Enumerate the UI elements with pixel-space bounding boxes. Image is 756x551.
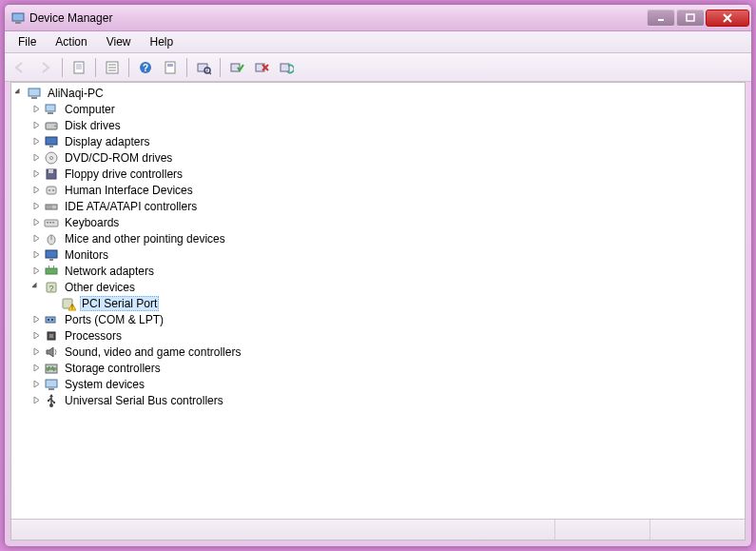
tree-item[interactable]: Network adapters: [13, 263, 743, 279]
tree-item-label: PCI Serial Port: [80, 296, 159, 311]
menu-action[interactable]: Action: [48, 33, 94, 50]
floppy-icon: [44, 167, 59, 182]
svg-rect-3: [687, 14, 694, 21]
properties-button[interactable]: [102, 57, 123, 78]
forward-button[interactable]: [35, 57, 56, 78]
expand-icon[interactable]: [30, 330, 42, 342]
menu-help[interactable]: Help: [143, 33, 182, 50]
statusbar: [11, 519, 745, 540]
computer-small-icon: [44, 102, 59, 117]
tree-item-label: Human Interface Devices: [63, 184, 195, 197]
tree-item[interactable]: Monitors: [13, 246, 743, 263]
svg-rect-67: [46, 364, 57, 368]
tree-item[interactable]: Human Interface Devices: [13, 182, 743, 198]
svg-rect-32: [46, 137, 57, 145]
ide-icon: [44, 199, 59, 214]
tree-item[interactable]: Universal Serial Bus controllers: [13, 392, 743, 408]
expand-icon[interactable]: [30, 379, 42, 390]
help-button[interactable]: ?: [135, 57, 156, 78]
keyboard-icon: [44, 215, 59, 230]
tree-item[interactable]: !PCI Serial Port: [13, 295, 743, 311]
tree-item[interactable]: Floppy drive controllers: [13, 166, 743, 182]
tree-item[interactable]: Display adapters: [13, 133, 743, 149]
close-button[interactable]: [706, 10, 749, 27]
tree-item[interactable]: Processors: [13, 327, 743, 344]
back-button[interactable]: [10, 57, 31, 78]
tree-item-label: Computer: [63, 103, 117, 116]
svg-rect-51: [46, 250, 57, 258]
titlebar[interactable]: Device Manager: [5, 5, 751, 31]
monitor-icon: [44, 247, 59, 263]
menu-file[interactable]: File: [10, 33, 44, 50]
svg-rect-54: [48, 266, 49, 268]
expand-icon[interactable]: [30, 217, 42, 228]
cpu-icon: [44, 328, 59, 344]
svg-point-62: [48, 319, 49, 321]
expand-icon[interactable]: [30, 136, 42, 148]
svg-rect-53: [46, 268, 57, 274]
maximize-button[interactable]: [676, 10, 705, 27]
tree-item[interactable]: Mice and other pointing devices: [13, 230, 743, 246]
minimize-button[interactable]: [647, 10, 675, 27]
tree-item[interactable]: Disk drives: [13, 117, 743, 133]
usb-icon: [44, 393, 59, 408]
scan-hardware-button[interactable]: [276, 57, 297, 78]
svg-rect-17: [167, 64, 173, 67]
svg-text:?: ?: [48, 284, 53, 293]
expand-icon[interactable]: [30, 363, 42, 374]
tree-item-label: Floppy drive controllers: [63, 167, 184, 181]
uninstall-button[interactable]: [160, 57, 181, 78]
svg-rect-16: [165, 62, 175, 73]
expand-icon[interactable]: [30, 104, 42, 115]
tree-item[interactable]: System devices: [13, 376, 743, 392]
svg-line-20: [209, 72, 211, 74]
window-title: Device Manager: [29, 11, 646, 25]
device-manager-window: Device Manager File Action View Help ? A…: [4, 4, 752, 547]
expand-icon[interactable]: [30, 249, 42, 261]
expand-icon[interactable]: [30, 395, 42, 406]
content-area: AliNaqi-PCComputerDisk drivesDisplay ada…: [10, 82, 746, 541]
expand-icon[interactable]: [30, 314, 42, 325]
svg-marker-66: [47, 347, 53, 357]
tree-item[interactable]: AliNaqi-PC: [13, 85, 743, 101]
update-driver-button[interactable]: [193, 57, 214, 78]
tree-item[interactable]: Ports (COM & LPT): [13, 311, 743, 327]
menu-view[interactable]: View: [99, 33, 139, 50]
storage-icon: [44, 361, 59, 376]
expand-icon[interactable]: [30, 266, 42, 277]
display-icon: [44, 134, 59, 149]
svg-rect-27: [31, 97, 37, 99]
show-hidden-button[interactable]: [68, 57, 89, 78]
tree-item-label: Disk drives: [63, 119, 123, 132]
disk-icon: [44, 118, 59, 133]
expand-icon[interactable]: [30, 185, 42, 196]
svg-point-39: [48, 189, 50, 191]
system-icon: [44, 377, 59, 392]
svg-rect-52: [49, 259, 53, 261]
expand-icon[interactable]: [30, 152, 42, 164]
network-icon: [44, 264, 59, 279]
collapse-icon[interactable]: [30, 282, 42, 293]
expand-icon[interactable]: [30, 201, 42, 212]
tree-item[interactable]: Keyboards: [13, 214, 743, 230]
svg-point-63: [51, 319, 53, 321]
expand-icon[interactable]: [30, 346, 42, 358]
expand-icon[interactable]: [30, 233, 42, 245]
device-tree[interactable]: AliNaqi-PCComputerDisk drivesDisplay ada…: [11, 83, 745, 519]
toolbar: ?: [5, 53, 751, 82]
expand-icon[interactable]: [30, 120, 42, 131]
svg-rect-70: [48, 388, 54, 390]
enable-button[interactable]: [226, 57, 247, 78]
menubar: File Action View Help: [5, 31, 751, 53]
tree-item[interactable]: Computer: [13, 101, 743, 117]
tree-item[interactable]: DVD/CD-ROM drives: [13, 149, 743, 166]
disable-button[interactable]: [251, 57, 272, 78]
svg-point-31: [54, 125, 56, 127]
collapse-icon[interactable]: [13, 88, 25, 99]
expand-icon[interactable]: [30, 168, 42, 180]
tree-item[interactable]: ?Other devices: [13, 279, 743, 295]
tree-item[interactable]: IDE ATA/ATAPI controllers: [13, 198, 743, 214]
tree-item[interactable]: Storage controllers: [13, 360, 743, 376]
tree-item[interactable]: Sound, video and game controllers: [13, 344, 743, 360]
tree-item-label: Sound, video and game controllers: [63, 345, 242, 359]
